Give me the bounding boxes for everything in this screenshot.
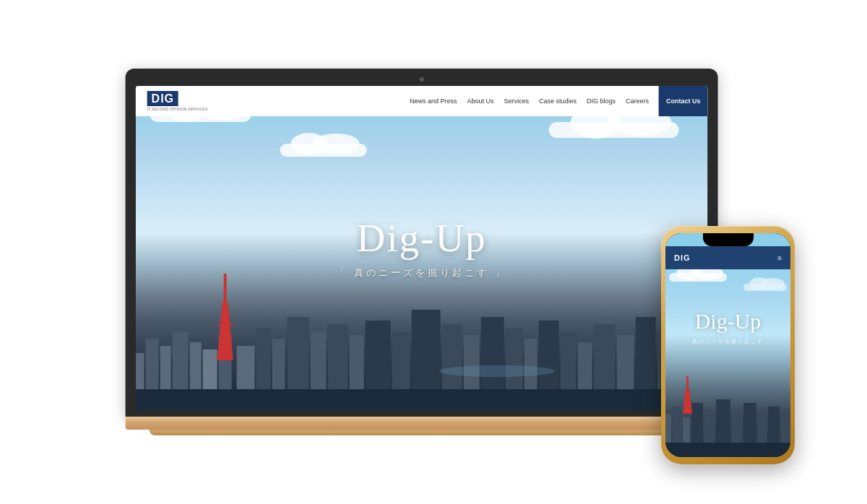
phone-menu-icon[interactable]: ≡ xyxy=(777,253,782,263)
phone-cloud-2 xyxy=(743,284,787,291)
svg-point-36 xyxy=(439,365,555,377)
laptop-foot xyxy=(149,430,694,435)
phone-hero-title: Dig-Up xyxy=(665,309,790,334)
nav-about-us[interactable]: About Us xyxy=(467,97,493,105)
phone-notch xyxy=(703,233,754,246)
scene: DIG IT SECOND OPINION SERVICES News and … xyxy=(0,0,867,504)
phone-device: DIG ≡ xyxy=(661,226,795,464)
nav-links: News and Press About Us Services Case st… xyxy=(410,86,708,116)
phone-logo: DIG xyxy=(674,253,691,262)
logo-dig-text: DIG xyxy=(147,91,178,107)
svg-rect-32 xyxy=(224,274,227,303)
city-skyline xyxy=(136,266,708,411)
nav-news-press[interactable]: News and Press xyxy=(410,97,457,105)
nav-careers[interactable]: Careers xyxy=(626,97,649,105)
hero-subtitle: 「 真のニーズを掘り起こす 」 xyxy=(336,266,506,279)
hero-background: Dig-Up 「 真のニーズを掘り起こす 」 xyxy=(136,86,708,411)
phone-nav: DIG ≡ xyxy=(665,246,790,269)
phone-cloud-1 xyxy=(669,273,727,282)
svg-rect-35 xyxy=(136,389,708,411)
phone-hero-subtitle: 「 真のニーズを掘り起こす 」 xyxy=(665,338,790,345)
svg-marker-31 xyxy=(217,303,233,360)
nav-case-studies[interactable]: Case studies xyxy=(539,97,577,105)
cloud-2 xyxy=(549,122,679,138)
phone-hero-text: Dig-Up 「 真のニーズを掘り起こす 」 xyxy=(665,309,790,345)
svg-rect-49 xyxy=(686,376,689,388)
phone-outer: DIG ≡ xyxy=(661,226,795,464)
website-nav: DIG IT SECOND OPINION SERVICES News and … xyxy=(136,86,708,116)
nav-services[interactable]: Services xyxy=(504,97,529,105)
laptop-screen: DIG IT SECOND OPINION SERVICES News and … xyxy=(136,86,708,411)
laptop-camera xyxy=(420,77,424,82)
nav-contact-button[interactable]: Contact Us xyxy=(659,86,708,116)
cloud-3 xyxy=(280,144,367,157)
svg-rect-50 xyxy=(665,443,790,457)
phone-inner: DIG ≡ xyxy=(665,233,790,457)
svg-marker-48 xyxy=(683,388,692,414)
logo-subtitle: IT SECOND OPINION SERVICES xyxy=(147,107,208,111)
hero-title: Dig-Up xyxy=(336,218,506,258)
hero-text-block: Dig-Up 「 真のニーズを掘り起こす 」 xyxy=(336,218,506,279)
website-logo: DIG IT SECOND OPINION SERVICES xyxy=(136,91,220,112)
phone-city-skyline xyxy=(665,370,790,457)
website: DIG IT SECOND OPINION SERVICES News and … xyxy=(136,86,708,411)
laptop-device: DIG IT SECOND OPINION SERVICES News and … xyxy=(126,69,718,435)
laptop-base xyxy=(126,417,718,430)
laptop-screen-outer: DIG IT SECOND OPINION SERVICES News and … xyxy=(126,69,718,417)
phone-screen: DIG ≡ xyxy=(665,233,790,457)
nav-dig-blogs[interactable]: DIG blogs xyxy=(587,97,616,105)
